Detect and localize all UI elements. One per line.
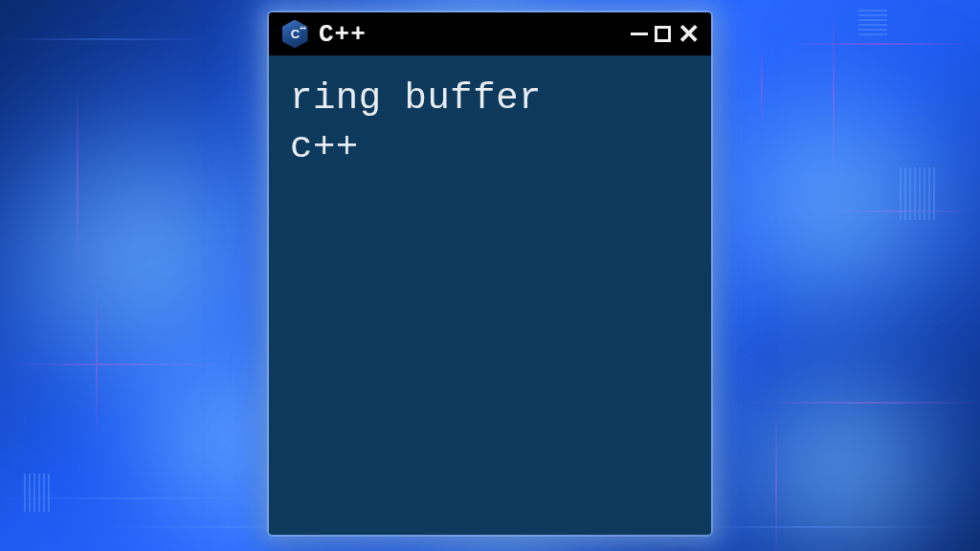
terminal-body[interactable]: ring buffer c++ — [269, 55, 711, 535]
close-icon: ✕ — [678, 21, 700, 48]
window-title: C++ — [319, 20, 621, 49]
maximize-icon — [655, 26, 671, 42]
minimize-icon — [631, 33, 648, 35]
maximize-button[interactable] — [655, 26, 671, 42]
terminal-window: C++ C++ ✕ ring buffer c++ — [269, 12, 711, 535]
window-titlebar[interactable]: C++ C++ ✕ — [269, 12, 711, 55]
minimize-button[interactable] — [631, 33, 648, 35]
close-button[interactable]: ✕ — [678, 21, 700, 48]
window-controls: ✕ — [631, 21, 700, 48]
cpp-logo-icon: C++ — [280, 20, 309, 49]
terminal-output: ring buffer c++ — [290, 75, 690, 173]
